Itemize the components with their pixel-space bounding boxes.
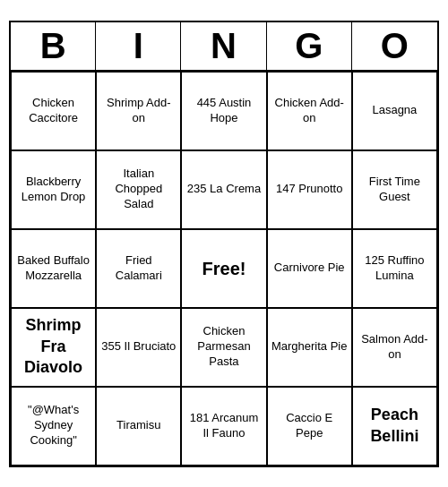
bingo-header: BINGO (11, 22, 437, 72)
bingo-cell-23: Caccio E Pepe (267, 387, 352, 466)
bingo-cell-20: "@What's Sydney Cooking" (11, 387, 96, 466)
bingo-cell-17: Chicken Parmesan Pasta (181, 308, 266, 387)
bingo-cell-5: Blackberry Lemon Drop (11, 150, 96, 229)
free-space: Free! (181, 229, 266, 308)
bingo-cell-3: Chicken Add-on (267, 72, 352, 150)
bingo-cell-16: 355 Il Bruciato (96, 308, 181, 387)
bingo-cell-21: Tiramisu (96, 387, 181, 466)
bingo-cell-13: Carnivore Pie (267, 229, 352, 308)
bingo-cell-18: Margherita Pie (267, 308, 352, 387)
bingo-cell-19: Salmon Add-on (352, 308, 437, 387)
bingo-cell-0: Chicken Caccitore (11, 72, 96, 150)
bingo-card: BINGO Chicken CaccitoreShrimp Add-on445 … (9, 21, 439, 467)
bingo-cell-10: Baked Buffalo Mozzarella (11, 229, 96, 308)
bingo-cell-22: 181 Arcanum Il Fauno (181, 387, 266, 466)
bingo-cell-4: Lasagna (352, 72, 437, 150)
bingo-cell-15: Shrimp Fra Diavolo (11, 308, 96, 387)
bingo-cell-1: Shrimp Add-on (96, 72, 181, 150)
bingo-cell-6: Italian Chopped Salad (96, 150, 181, 229)
bingo-cell-11: Fried Calamari (96, 229, 181, 308)
bingo-grid: Chicken CaccitoreShrimp Add-on445 Austin… (11, 72, 437, 466)
bingo-cell-9: First Time Guest (352, 150, 437, 229)
bingo-letter-g: G (267, 22, 352, 70)
bingo-letter-i: I (96, 22, 181, 70)
bingo-letter-b: B (11, 22, 96, 70)
bingo-letter-o: O (352, 22, 437, 70)
bingo-cell-2: 445 Austin Hope (181, 72, 266, 150)
bingo-letter-n: N (181, 22, 266, 70)
bingo-cell-24: Peach Bellini (352, 387, 437, 466)
bingo-cell-14: 125 Ruffino Lumina (352, 229, 437, 308)
bingo-cell-7: 235 La Crema (181, 150, 266, 229)
bingo-cell-8: 147 Prunotto (267, 150, 352, 229)
